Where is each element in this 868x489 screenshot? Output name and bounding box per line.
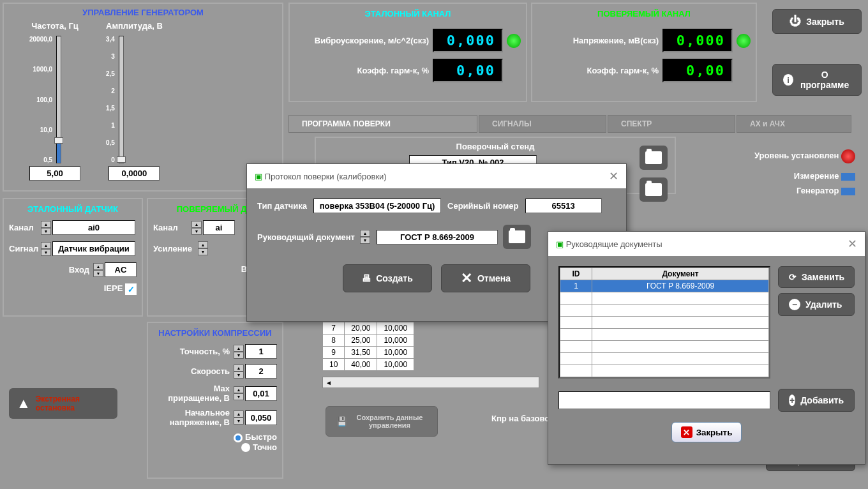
protocol-close-icon[interactable]: ✕ xyxy=(609,169,618,183)
init-volt-spinner[interactable]: ▲▼0,050 xyxy=(234,410,277,425)
x-icon: ✕ xyxy=(681,426,692,438)
document-name-field[interactable] xyxy=(558,391,770,409)
test-channel-panel: ПОВЕРЯЕМЫЙ КАНАЛ Напряжение, мВ(скз) 0,0… xyxy=(531,3,757,102)
serial-field[interactable]: 65513 xyxy=(525,199,602,213)
delete-button[interactable]: − Удалить xyxy=(778,293,855,316)
power-icon: ⏻ xyxy=(789,15,801,28)
cancel-button[interactable]: ✕ Отмена xyxy=(441,264,530,292)
level-set-label: Уровень установлен xyxy=(754,151,839,160)
tab-program[interactable]: ПРОГРАММА ПОВЕРКИ xyxy=(288,115,477,133)
table-row xyxy=(560,292,769,305)
table-row: 825,0010,000 xyxy=(323,335,414,347)
documents-close-button[interactable]: ✕ Закрыть xyxy=(671,422,742,442)
kpr-label: Кпр на базово xyxy=(491,414,550,423)
stand-folder1-button[interactable] xyxy=(640,146,668,170)
test-gain-spinner[interactable]: ▲▼ xyxy=(198,241,209,255)
generator-indicator xyxy=(841,188,855,195)
generator-status-label: Генератор xyxy=(797,186,839,195)
measurement-label: Измерение xyxy=(794,171,839,181)
documents-table[interactable]: IDДокумент 1ГОСТ Р 8.669-2009 xyxy=(560,267,769,377)
warning-icon: ▲ xyxy=(17,395,31,412)
test-channel-title: ПОВЕРЯЕМЫЙ КАНАЛ xyxy=(537,9,751,19)
minus-icon: − xyxy=(789,299,800,310)
table-row xyxy=(560,329,769,341)
create-button[interactable]: 🖶 Создать xyxy=(343,264,432,292)
freq-value[interactable]: 5,00 xyxy=(29,166,80,181)
tab-bar: ПРОГРАММА ПОВЕРКИ СИГНАЛЫ СПЕКТР АХ и АЧ… xyxy=(288,115,853,133)
ref-input-spinner[interactable]: ▲▼AC xyxy=(93,262,137,277)
protocol-dialog-title: Протокол поверки (калибровки) xyxy=(265,172,387,181)
radio-precise[interactable]: Точно xyxy=(153,442,277,453)
table-row xyxy=(560,365,769,377)
print-icon: 🖶 xyxy=(362,273,371,283)
speed-spinner[interactable]: ▲▼2 xyxy=(234,364,277,379)
test-thd-label: Коэфф. гарм-к, % xyxy=(537,66,659,75)
save-icon: 💾 xyxy=(336,416,347,426)
close-button[interactable]: ⏻ Закрыть xyxy=(772,9,862,34)
tab-ax[interactable]: АХ и АЧХ xyxy=(737,115,851,133)
plus-icon: + xyxy=(789,395,795,406)
table-row: 1ГОСТ Р 8.669-2009 xyxy=(560,280,769,292)
table-row xyxy=(560,305,769,317)
test-volt-value: 0,000 xyxy=(662,29,733,52)
test-led xyxy=(737,34,751,48)
test-channel-spinner[interactable]: ▲▼ai xyxy=(191,220,235,235)
table-row: 931,5010,000 xyxy=(323,347,414,359)
measurement-indicator xyxy=(841,173,855,181)
compression-title: НАСТРОЙКИ КОМПРЕССИИ xyxy=(153,328,277,338)
ref-channel-spinner[interactable]: ▲▼ai0 xyxy=(41,220,135,235)
add-button[interactable]: + Добавить xyxy=(778,389,855,412)
stand-title: Поверочный стенд xyxy=(320,142,671,151)
folder-icon xyxy=(645,183,662,196)
accuracy-spinner[interactable]: ▲▼1 xyxy=(234,344,277,359)
doc-field[interactable]: ГОСТ Р 8.669-2009 xyxy=(377,230,498,244)
info-icon: i xyxy=(783,74,793,86)
ref-signal-spinner[interactable]: ▲▼Датчик вибрации xyxy=(41,241,135,256)
table-scrollbar[interactable]: ◄ xyxy=(322,377,539,388)
close-icon: ✕ xyxy=(461,270,472,287)
tab-signals[interactable]: СИГНАЛЫ xyxy=(479,115,606,133)
radio-fast[interactable]: Быстро xyxy=(153,432,277,442)
volt-label: Напряжение, мВ(скз) xyxy=(537,36,659,45)
tab-spectrum[interactable]: СПЕКТР xyxy=(608,115,735,133)
refresh-icon: ⟳ xyxy=(789,272,797,282)
table-row xyxy=(560,341,769,353)
table-row xyxy=(560,353,769,365)
amp-value[interactable]: 0,0000 xyxy=(108,166,160,181)
sensor-type-field[interactable]: поверка 353B04 (5-20000 Гц) xyxy=(313,199,441,213)
ref-sensor-title: ЭТАЛОННЫЙ ДАТЧИК xyxy=(9,204,137,214)
ref-led xyxy=(507,34,521,48)
test-thd-value: 0,00 xyxy=(662,59,733,82)
emergency-stop-button[interactable]: ▲ Экстренная остановка xyxy=(9,388,117,419)
table-row xyxy=(560,317,769,329)
documents-dialog: ▣ Руководящие документы ✕ IDДокумент 1ГО… xyxy=(548,231,865,465)
doc-spinner[interactable]: ▲▼ xyxy=(360,230,371,244)
accel-label: Виброускорение, м/с^2(скз) xyxy=(295,36,429,45)
about-button[interactable]: i О программе xyxy=(772,64,862,96)
table-row: 1040,0010,000 xyxy=(323,359,414,371)
amp-label: Амплитуда, В xyxy=(106,21,163,31)
max-incr-spinner[interactable]: ▲▼0,01 xyxy=(234,386,277,401)
folder-icon xyxy=(645,151,662,164)
ref-sensor-panel: ЭТАЛОННЫЙ ДАТЧИК Канал▲▼ai0 Сигнал▲▼Датч… xyxy=(3,198,143,317)
save-data-button[interactable]: 💾 Сохранить данные управления xyxy=(326,406,438,437)
folder-icon xyxy=(509,230,525,243)
table-row: 720,0010,000 xyxy=(323,322,414,335)
stand-folder2-button[interactable] xyxy=(640,177,668,202)
freq-slider[interactable] xyxy=(56,36,61,163)
compression-panel: НАСТРОЙКИ КОМПРЕССИИ Точность, %▲▼1 Скор… xyxy=(147,322,283,479)
freq-table: 720,0010,000 825,0010,000 931,5010,000 1… xyxy=(322,322,414,371)
generator-panel: УПРАВЛЕНИЕ ГЕНЕРАТОРОМ Частота, Гц 20000… xyxy=(3,3,283,192)
level-led xyxy=(841,149,855,163)
ref-channel-panel: ЭТАЛОННЫЙ КАНАЛ Виброускорение, м/с^2(ск… xyxy=(288,3,527,102)
ref-channel-title: ЭТАЛОННЫЙ КАНАЛ xyxy=(295,9,521,19)
documents-close-icon[interactable]: ✕ xyxy=(848,237,857,251)
ref-accel-value: 0,000 xyxy=(433,29,503,52)
amp-slider[interactable] xyxy=(119,36,124,163)
freq-label: Частота, Гц xyxy=(29,21,80,31)
iepe-checkbox[interactable]: ✓ xyxy=(125,283,137,295)
ref-thd-label: Коэфф. гарм-к, % xyxy=(295,66,429,75)
replace-button[interactable]: ⟳ Заменить xyxy=(778,266,855,288)
doc-folder-button[interactable] xyxy=(503,225,531,249)
documents-dialog-title: Руководящие документы xyxy=(566,239,662,249)
